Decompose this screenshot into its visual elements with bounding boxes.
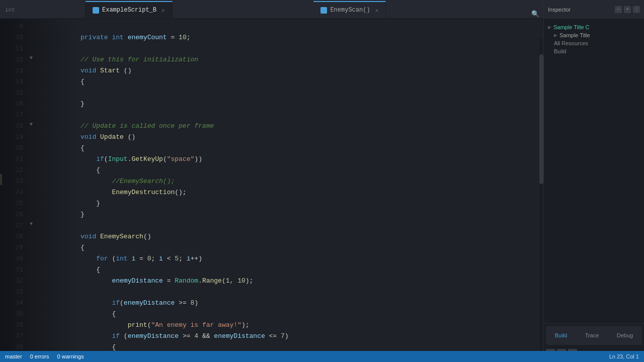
code-text-area[interactable]: private int enemyCount = 10; // Use this… [35, 19, 543, 362]
tab-enemy-scan[interactable]: EnemyScan() ✕ [313, 1, 386, 18]
inspector-content: ▶ Sample Title C ▶ Sample Title All Reso… [544, 19, 644, 323]
fold-marker-28 [27, 229, 35, 240]
search-icon[interactable]: 🔍 [531, 10, 539, 18]
code-line-35: print("An enemy is far away!"); [41, 309, 543, 320]
scrollbar-thumb[interactable] [539, 54, 543, 184]
line-num-17: 17 [2, 110, 23, 121]
fold-marker-26 [27, 207, 35, 218]
tab-inactive-left[interactable]: int [0, 1, 86, 18]
line-num-24: 24 [2, 187, 23, 198]
code-line-17: // Update is called once per frame [41, 110, 543, 121]
line-num-36: 36 [2, 320, 23, 331]
fold-marker-22 [27, 163, 35, 174]
fold-marker-24 [27, 185, 35, 196]
fold-gutter: ▼ ▼ ▼ [27, 19, 35, 362]
inspector-item-1[interactable]: ▶ Sample Title C [548, 23, 640, 31]
inspector-item-4-label: Build [554, 48, 566, 54]
status-cursor-pos: Ln 23, Col 1 [609, 353, 639, 359]
fold-marker-25 [27, 196, 35, 207]
inspector-controls: − × ⋮ [615, 6, 640, 13]
line-num-10: 10 [2, 32, 23, 43]
fold-marker-38 [27, 340, 35, 351]
fold-marker-23 [27, 174, 35, 185]
line-num-31: 31 [2, 264, 23, 276]
code-line-31: enemyDistance = Random.Range(1, 10); [41, 264, 543, 276]
fold-marker-12[interactable]: ▼ [27, 52, 35, 63]
editor-tabs: int ExampleScript_B ✕ EnemyScan() ✕ 🔍 [0, 0, 543, 19]
status-branch: master [5, 353, 22, 359]
inspector-item-2-label: Sample Title [559, 32, 590, 38]
line-num-32: 32 [2, 276, 23, 287]
main-editor-area: int ExampleScript_B ✕ EnemyScan() ✕ 🔍 [0, 0, 543, 362]
code-line-26 [41, 209, 543, 220]
line-num-12: 12 [2, 54, 23, 65]
fold-marker-36 [27, 318, 35, 329]
status-warnings: 0 warnings [57, 353, 84, 359]
fold-marker-37 [27, 329, 35, 340]
code-editor[interactable]: 9 10 11 12 13 14 15 16 17 18 19 20 21 22… [0, 19, 543, 362]
inspector-close-btn[interactable]: × [624, 6, 631, 13]
code-line-9: private int enemyCount = 10; [41, 21, 543, 32]
line-num-23: 23 [2, 176, 23, 187]
inspector-item-1-label: Sample Title C [553, 24, 590, 30]
inspector-header: Inspector − × ⋮ [544, 0, 644, 19]
inspector-item-4[interactable]: Build [548, 47, 640, 55]
line-num-25: 25 [2, 198, 23, 209]
line-num-14: 14 [2, 76, 23, 87]
tab-example-script[interactable]: ExampleScript_B ✕ [86, 1, 173, 18]
status-bar: master 0 errors 0 warnings Ln 23, Col 1 [0, 351, 644, 362]
tab-secondary-close-icon[interactable]: ✕ [375, 7, 379, 14]
line-num-22: 22 [2, 165, 23, 176]
inspector-item-3-label: All Resources [554, 40, 588, 46]
inspector-title-label: Inspector [548, 7, 571, 13]
line-num-21: 21 [2, 154, 23, 165]
inspector-item-3[interactable]: All Resources [548, 39, 640, 47]
inspector-tree: ▶ Sample Title C ▶ Sample Title All Reso… [548, 23, 640, 55]
tree-arrow-2: ▶ [554, 33, 557, 38]
fold-marker-16 [27, 97, 35, 108]
line-num-35: 35 [2, 309, 23, 320]
tab-partial-label: int [5, 7, 15, 13]
bottom-tab-trace[interactable]: Trace [585, 332, 599, 338]
tab-secondary-label: EnemyScan() [330, 7, 370, 14]
fold-marker-14 [27, 74, 35, 85]
fold-marker-27[interactable]: ▼ [27, 218, 35, 229]
fold-marker-10 [27, 30, 35, 41]
fold-marker-32 [27, 274, 35, 285]
fold-marker-21 [27, 152, 35, 163]
inspector-item-2[interactable]: ▶ Sample Title [548, 31, 640, 39]
line-num-33: 33 [2, 287, 23, 298]
enemy-scan-tab-icon [320, 7, 327, 14]
fold-marker-18[interactable]: ▼ [27, 119, 35, 130]
bottom-tab-debug[interactable]: Debug [617, 332, 633, 338]
line-num-19: 19 [2, 132, 23, 143]
line-numbers-gutter: 9 10 11 12 13 14 15 16 17 18 19 20 21 22… [2, 19, 27, 362]
line-num-28: 28 [2, 231, 23, 242]
line-num-34: 34 [2, 298, 23, 309]
line-num-16: 16 [2, 99, 23, 110]
bottom-tabs-bar: Build Trace Debug [546, 326, 642, 345]
code-line-29: for (int i = 0; i < 5; i++) [41, 242, 543, 253]
line-num-27: 27 [2, 220, 23, 231]
fold-marker-9 [27, 19, 35, 30]
bottom-tab-build[interactable]: Build [555, 332, 567, 338]
inspector-expand-btn[interactable]: ⋮ [633, 6, 640, 13]
fold-marker-33 [27, 285, 35, 296]
code-line-14 [41, 76, 543, 87]
line-num-15: 15 [2, 87, 23, 99]
fold-marker-17 [27, 108, 35, 119]
scrollbar-track[interactable] [539, 38, 543, 362]
code-line-25: } [41, 198, 543, 209]
ide-container: int ExampleScript_B ✕ EnemyScan() ✕ 🔍 [0, 0, 644, 362]
fold-marker-20 [27, 141, 35, 152]
fold-marker-34 [27, 296, 35, 307]
line-num-18: 18 [2, 121, 23, 132]
code-line-15: } [41, 87, 543, 99]
line-num-11: 11 [2, 43, 23, 54]
fold-marker-15 [27, 85, 35, 97]
line-num-26: 26 [2, 209, 23, 220]
code-line-27: void EnemySearch() [41, 220, 543, 231]
tab-close-icon[interactable]: ✕ [162, 7, 165, 14]
inspector-minimize-btn[interactable]: − [615, 6, 622, 13]
line-num-30: 30 [2, 253, 23, 264]
